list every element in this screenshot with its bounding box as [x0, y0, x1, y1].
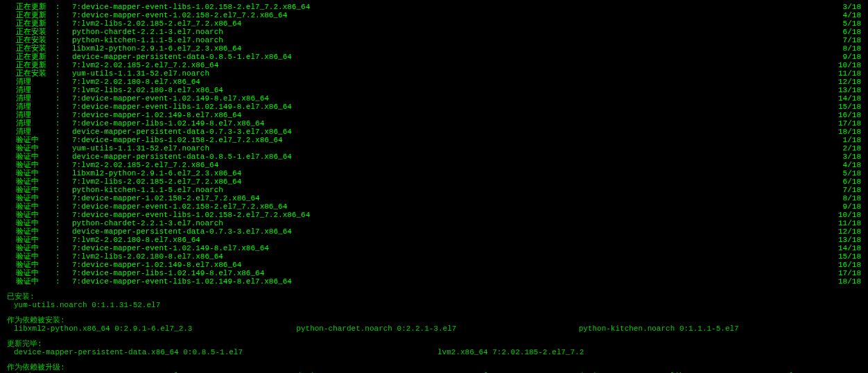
progress-row: 验证中: 7:device-mapper-libs-1.02.158-2.el7… [7, 136, 861, 144]
dep-installed-header: 作为依赖被安装: [7, 316, 861, 324]
progress-row: 正在更新: 7:device-mapper-event-1.02.158-2.e… [7, 11, 861, 19]
progress-row: 验证中: device-mapper-persistent-data-0.7.3… [7, 227, 861, 236]
dep-installed-section: 作为依赖被安装: libxml2-python.x86_64 0:2.9.1-6… [7, 316, 861, 333]
progress-row: 验证中: 7:lvm2-libs-2.02.180-8.el7.x86_6415… [7, 252, 861, 261]
list-item: python-chardet.noarch 0:2.2.1-3.el7 [296, 324, 578, 333]
progress-row: 正在更新: device-mapper-persistent-data-0.8.… [7, 53, 861, 61]
installed-list: yum-utils.noarch 0:1.1.31-52.el7 [7, 301, 861, 309]
progress-row: 验证中: 7:device-mapper-1.02.149-8.el7.x86_… [7, 261, 861, 269]
progress-row: 清理: device-mapper-persistent-data-0.7.3-… [7, 128, 861, 136]
progress-row: 验证中: libxml2-python-2.9.1-6.el7_2.3.x86_… [7, 169, 861, 177]
progress-row: 验证中: 7:device-mapper-event-libs-1.02.158… [7, 211, 861, 219]
progress-row: 正在安装: yum-utils-1.1.31-52.el7.noarch11/1… [7, 69, 861, 78]
progress-row: 清理: 7:device-mapper-1.02.149-8.el7.x86_6… [7, 111, 861, 119]
progress-row: 验证中: yum-utils-1.1.31-52.el7.noarch2/18 [7, 144, 861, 153]
progress-row: 正在安装: python-kitchen-1.1.1-5.el7.noarch7… [7, 36, 861, 44]
progress-row: 正在安装: python-chardet-2.2.1-3.el7.noarch6… [7, 28, 861, 36]
updated-section: 更新完毕: device-mapper-persistent-data.x86_… [7, 340, 861, 356]
progress-row: 清理: 7:device-mapper-event-libs-1.02.149-… [7, 103, 861, 111]
progress-row: 清理: 7:device-mapper-libs-1.02.149-8.el7.… [7, 119, 861, 128]
list-item: device-mapper-persistent-data.x86_64 0:0… [14, 348, 437, 356]
progress-row: 正在更新: 7:lvm2-2.02.185-2.el7_7.2.x86_6410… [7, 61, 861, 69]
updated-header: 更新完毕: [7, 340, 861, 348]
list-item: lvm2.x86_64 7:2.02.185-2.el7_7.2 [437, 348, 861, 356]
dep-installed-list: libxml2-python.x86_64 0:2.9.1-6.el7_2.3p… [7, 324, 861, 333]
progress-row: 验证中: python-kitchen-1.1.1-5.el7.noarch7/… [7, 186, 861, 194]
progress-row: 正在更新: 7:lvm2-libs-2.02.185-2.el7_7.2.x86… [7, 19, 861, 28]
installed-section: 已安装: yum-utils.noarch 0:1.1.31-52.el7 [7, 293, 861, 309]
list-item: python-kitchen.noarch 0:1.1.1-5.el7 [579, 324, 861, 333]
progress-row: 正在安装: libxml2-python-2.9.1-6.el7_2.3.x86… [7, 44, 861, 53]
list-item: libxml2-python.x86_64 0:2.9.1-6.el7_2.3 [14, 324, 296, 333]
progress-row: 验证中: 7:device-mapper-event-1.02.149-8.el… [7, 244, 861, 252]
progress-row: 验证中: 7:device-mapper-1.02.158-2.el7_7.2.… [7, 194, 861, 202]
installed-header: 已安装: [7, 293, 861, 301]
progress-row: 清理: 7:device-mapper-event-1.02.149-8.el7… [7, 94, 861, 103]
progress-row: 清理: 7:lvm2-libs-2.02.180-8.el7.x86_6413/… [7, 86, 861, 94]
updated-list: device-mapper-persistent-data.x86_64 0:0… [7, 348, 861, 356]
progress-row: 验证中: 7:lvm2-2.02.185-2.el7_7.2.x86_644/1… [7, 161, 861, 169]
progress-row: 验证中: 7:device-mapper-event-libs-1.02.149… [7, 277, 861, 286]
progress-row: 正在更新: 7:device-mapper-event-libs-1.02.15… [7, 3, 861, 11]
progress-row: 验证中: 7:device-mapper-libs-1.02.149-8.el7… [7, 269, 861, 277]
dep-updated-header: 作为依赖被升级: [7, 363, 861, 372]
progress-list: 正在更新: 7:device-mapper-event-libs-1.02.15… [7, 3, 861, 286]
progress-row: 验证中: 7:lvm2-2.02.180-8.el7.x86_6413/18 [7, 236, 861, 244]
dep-updated-section: 作为依赖被升级: device-mapper.x86_64 7:1.02.158… [7, 363, 861, 373]
progress-row: 验证中: python-chardet-2.2.1-3.el7.noarch11… [7, 219, 861, 227]
progress-row: 验证中: device-mapper-persistent-data-0.8.5… [7, 153, 861, 161]
progress-row: 清理: 7:lvm2-2.02.180-8.el7.x86_6412/18 [7, 78, 861, 86]
progress-row: 验证中: 7:device-mapper-event-1.02.158-2.el… [7, 202, 861, 211]
list-item: yum-utils.noarch 0:1.1.31-52.el7 [14, 301, 861, 309]
progress-row: 验证中: 7:lvm2-libs-2.02.185-2.el7_7.2.x86_… [7, 177, 861, 186]
